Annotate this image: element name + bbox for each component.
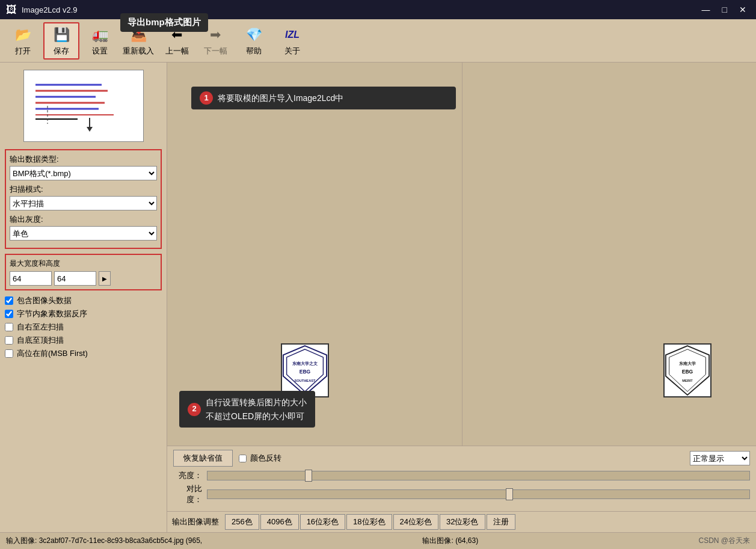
badge-2: 2 bbox=[188, 403, 201, 416]
display-select[interactable]: 正常显示 bbox=[690, 451, 750, 465]
prev-label: 上一幅 bbox=[165, 46, 189, 57]
checkbox-byte-reverse[interactable]: 字节内象素数据反序 bbox=[5, 308, 162, 319]
shield-svg-left: 东南大学之文 EBG SOUTHEAST bbox=[282, 343, 328, 397]
settings-label: 设置 bbox=[92, 46, 108, 57]
open-label: 打开 bbox=[15, 46, 31, 57]
bottom-row1: 恢复缺省值 颜色反转 正常显示 bbox=[173, 450, 750, 467]
brightness-label: 亮度： bbox=[173, 470, 202, 481]
toolbar-about-button[interactable]: IZL 关于 bbox=[274, 22, 310, 60]
toolbar: 导出bmp格式图片 📂 打开 💾 保存 🚛 设置 📥 重新载入 ⬅ 上一幅 ➡ … bbox=[0, 19, 756, 63]
status-left: 输入图像: 3c2abf07-7d7c-11ec-8c93-b8ca3a6cb5… bbox=[6, 536, 202, 546]
minimize-button[interactable]: — bbox=[698, 4, 714, 16]
tab-4096[interactable]: 4096色 bbox=[260, 514, 299, 530]
settings-icon: 🚛 bbox=[90, 25, 109, 44]
svg-text:东南大学之文: 东南大学之文 bbox=[292, 361, 318, 366]
contrast-slider[interactable] bbox=[207, 489, 750, 499]
preview-area bbox=[23, 70, 144, 142]
annotation-1: 1 将要取模的图片导入Image2Lcd中 bbox=[191, 87, 456, 109]
status-bar: 输入图像: 3c2abf07-7d7c-11ec-8c93-b8ca3a6cb5… bbox=[0, 532, 756, 549]
checkbox-msb-first[interactable]: 高位在前(MSB First) bbox=[5, 348, 162, 359]
output-gray-label: 输出灰度: bbox=[10, 214, 157, 225]
preview-svg bbox=[29, 76, 138, 136]
right-panel: 1 将要取模的图片导入Image2Lcd中 东南大学之文 EBG SOUTHEA… bbox=[167, 63, 756, 532]
checkbox-bottom-to-top[interactable]: 自底至顶扫描 bbox=[5, 335, 162, 346]
main-area: 输出数据类型: BMP格式(*.bmp) 扫描模式: 水平扫描 输出灰度: 单色… bbox=[0, 63, 756, 532]
scan-mode-select[interactable]: 水平扫描 bbox=[10, 196, 157, 210]
help-label: 帮助 bbox=[246, 46, 262, 57]
color-reverse-checkbox[interactable] bbox=[239, 455, 247, 462]
checkboxes-section: 包含图像头数据 字节内象素数据反序 自右至左扫描 自底至顶扫描 高位在前(MSB… bbox=[5, 295, 162, 361]
controls-section: 输出数据类型: BMP格式(*.bmp) 扫描模式: 水平扫描 输出灰度: 单色 bbox=[5, 149, 162, 249]
output-type-label: 输出数据类型: bbox=[10, 154, 157, 165]
brightness-thumb[interactable] bbox=[305, 470, 312, 482]
svg-text:东南大学: 东南大学 bbox=[679, 361, 696, 366]
save-icon: 💾 bbox=[52, 25, 71, 44]
shield-svg-right: 东南大学 EBG MERIT bbox=[665, 343, 710, 397]
shield-logo-left: 东南大学之文 EBG SOUTHEAST bbox=[281, 343, 329, 397]
toolbar-settings-button[interactable]: 🚛 设置 bbox=[82, 22, 118, 60]
toolbar-save-button[interactable]: 💾 保存 bbox=[43, 22, 79, 60]
maximize-button[interactable]: □ bbox=[719, 4, 731, 16]
contrast-row: 对比度： bbox=[173, 483, 750, 505]
svg-text:SOUTHEAST: SOUTHEAST bbox=[294, 379, 316, 382]
toolbar-help-button[interactable]: 💎 帮助 bbox=[236, 22, 272, 60]
size-inputs: ▶ bbox=[10, 271, 157, 286]
size-label: 最大宽度和高度 bbox=[10, 259, 157, 269]
tab-bar-label: 输出图像调整 bbox=[172, 517, 224, 527]
title-bar: 🖼 Image2Lcd v2.9 — □ ✕ bbox=[0, 0, 756, 19]
help-icon: 💎 bbox=[244, 25, 263, 44]
output-type-select[interactable]: BMP格式(*.bmp) bbox=[10, 166, 157, 180]
open-icon: 📂 bbox=[13, 25, 32, 44]
checkbox-right-to-left[interactable]: 自右至左扫描 bbox=[5, 322, 162, 333]
size-section: 最大宽度和高度 ▶ bbox=[5, 254, 162, 290]
contrast-thumb[interactable] bbox=[506, 488, 513, 500]
tab-bar: 输出图像调整 256色 4096色 16位彩色 18位彩色 24位彩色 32位彩… bbox=[167, 511, 756, 532]
left-panel: 输出数据类型: BMP格式(*.bmp) 扫描模式: 水平扫描 输出灰度: 单色… bbox=[0, 63, 167, 532]
height-input[interactable] bbox=[54, 271, 96, 286]
next-icon: ➡ bbox=[206, 25, 225, 44]
about-label: 关于 bbox=[284, 46, 300, 57]
about-icon: IZL bbox=[283, 25, 302, 44]
tab-16bit[interactable]: 16位彩色 bbox=[300, 514, 345, 530]
width-input[interactable] bbox=[10, 271, 52, 286]
shield-logo-right: 东南大学 EBG MERIT bbox=[663, 343, 711, 397]
app-icon: 🖼 bbox=[6, 4, 17, 16]
image-display: 1 将要取模的图片导入Image2Lcd中 东南大学之文 EBG SOUTHEA… bbox=[167, 63, 756, 446]
annotation-2: 2 自行设置转换后图片的大小不超过OLED屏的大小即可 bbox=[179, 391, 315, 428]
badge-1: 1 bbox=[200, 91, 213, 105]
toolbar-open-button[interactable]: 📂 打开 bbox=[5, 22, 41, 60]
output-gray-select[interactable]: 单色 bbox=[10, 226, 157, 241]
title-bar-controls: — □ ✕ bbox=[698, 4, 750, 16]
annotation-2-text: 自行设置转换后图片的大小不超过OLED屏的大小即可 bbox=[206, 396, 307, 423]
app-title: Image2Lcd v2.9 bbox=[22, 5, 78, 14]
tab-register[interactable]: 注册 bbox=[487, 514, 515, 530]
toolbar-tooltip: 导出bmp格式图片 bbox=[120, 13, 208, 32]
svg-text:MERIT: MERIT bbox=[682, 379, 693, 382]
bottom-controls: 恢复缺省值 颜色反转 正常显示 亮度： 对比度： bbox=[167, 446, 756, 511]
size-arrow-button[interactable]: ▶ bbox=[99, 271, 111, 286]
close-button[interactable]: ✕ bbox=[736, 4, 750, 16]
tab-18bit[interactable]: 18位彩色 bbox=[346, 514, 392, 530]
svg-marker-8 bbox=[87, 127, 93, 132]
color-reverse-label: 颜色反转 bbox=[250, 453, 281, 464]
scan-mode-label: 扫描模式: bbox=[10, 184, 157, 195]
contrast-label: 对比度： bbox=[173, 483, 202, 505]
status-credit: CSDN @谷天来 bbox=[698, 536, 750, 546]
annotation-1-text: 将要取模的图片导入Image2Lcd中 bbox=[218, 92, 343, 105]
status-right: 输出图像: (64,63) bbox=[422, 536, 478, 546]
next-label: 下一幅 bbox=[204, 46, 227, 57]
checkbox-include-header[interactable]: 包含图像头数据 bbox=[5, 295, 162, 306]
svg-text:EBG: EBG bbox=[299, 369, 310, 375]
svg-text:EBG: EBG bbox=[682, 369, 693, 375]
brightness-row: 亮度： bbox=[173, 470, 750, 481]
reload-label: 重新载入 bbox=[123, 46, 154, 57]
brightness-slider[interactable] bbox=[207, 471, 750, 480]
restore-button[interactable]: 恢复缺省值 bbox=[173, 450, 233, 467]
color-reverse-row: 颜色反转 bbox=[239, 453, 281, 464]
tab-32bit[interactable]: 32位彩色 bbox=[440, 514, 485, 530]
title-bar-left: 🖼 Image2Lcd v2.9 bbox=[6, 4, 78, 16]
tab-24bit[interactable]: 24位彩色 bbox=[393, 514, 438, 530]
save-label: 保存 bbox=[54, 46, 69, 57]
tab-256[interactable]: 256色 bbox=[225, 514, 259, 530]
